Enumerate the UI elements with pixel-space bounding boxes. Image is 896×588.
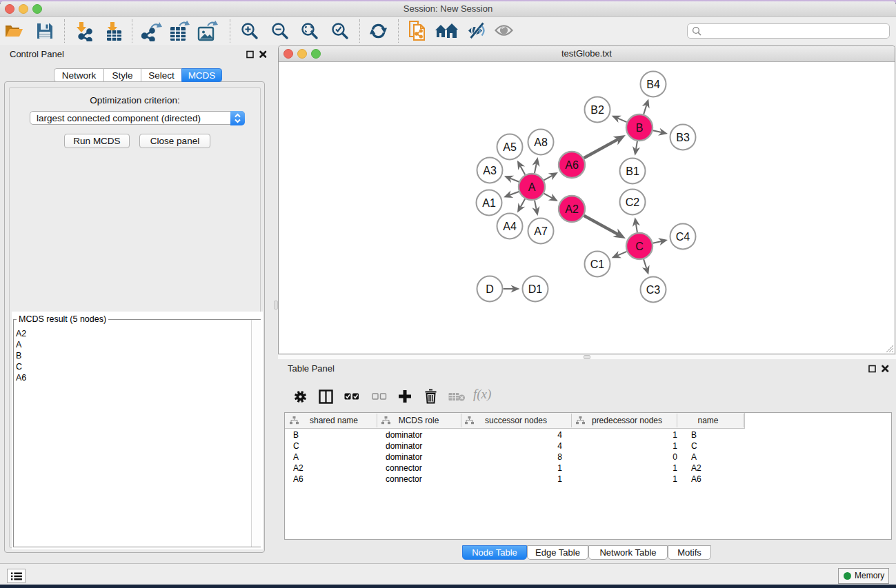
svg-text:A7: A7: [534, 225, 548, 237]
svg-text:D1: D1: [528, 283, 543, 295]
svg-text:D: D: [486, 283, 494, 295]
svg-text:A4: A4: [503, 221, 517, 232]
svg-text:A1: A1: [482, 197, 496, 209]
svg-text:C4: C4: [676, 231, 690, 243]
svg-text:A8: A8: [534, 136, 548, 148]
svg-text:A3: A3: [483, 165, 497, 176]
svg-text:A6: A6: [565, 159, 579, 171]
svg-text:C3: C3: [646, 284, 661, 296]
svg-text:B3: B3: [676, 132, 690, 143]
svg-text:C: C: [635, 241, 644, 252]
svg-text:A2: A2: [565, 203, 579, 215]
svg-text:A5: A5: [503, 141, 517, 153]
svg-text:B2: B2: [590, 104, 604, 116]
svg-text:B: B: [636, 122, 644, 134]
svg-text:A: A: [528, 181, 536, 193]
svg-text:C2: C2: [626, 196, 640, 208]
svg-text:B1: B1: [626, 165, 639, 177]
svg-text:C1: C1: [590, 258, 605, 270]
svg-text:B4: B4: [646, 79, 660, 90]
